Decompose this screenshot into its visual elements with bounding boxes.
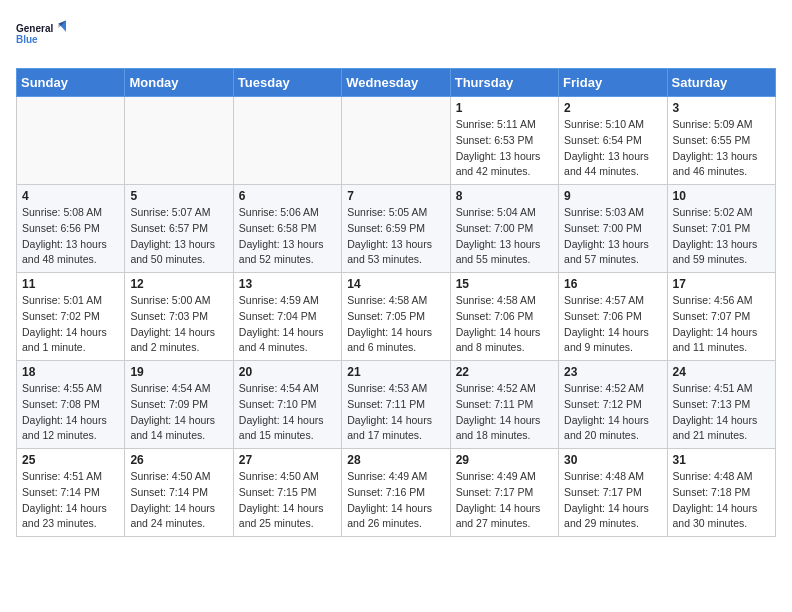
svg-text:General: General	[16, 23, 53, 34]
day-number: 1	[456, 101, 553, 115]
week-row-4: 18Sunrise: 4:55 AM Sunset: 7:08 PM Dayli…	[17, 361, 776, 449]
cell-0-4: 1Sunrise: 5:11 AM Sunset: 6:53 PM Daylig…	[450, 97, 558, 185]
cell-info: Sunrise: 4:50 AM Sunset: 7:15 PM Dayligh…	[239, 469, 336, 532]
cell-info: Sunrise: 4:58 AM Sunset: 7:06 PM Dayligh…	[456, 293, 553, 356]
cell-info: Sunrise: 4:51 AM Sunset: 7:13 PM Dayligh…	[673, 381, 770, 444]
cell-2-6: 17Sunrise: 4:56 AM Sunset: 7:07 PM Dayli…	[667, 273, 775, 361]
cell-info: Sunrise: 5:08 AM Sunset: 6:56 PM Dayligh…	[22, 205, 119, 268]
day-number: 2	[564, 101, 661, 115]
cell-1-2: 6Sunrise: 5:06 AM Sunset: 6:58 PM Daylig…	[233, 185, 341, 273]
cell-4-1: 26Sunrise: 4:50 AM Sunset: 7:14 PM Dayli…	[125, 449, 233, 537]
cell-3-6: 24Sunrise: 4:51 AM Sunset: 7:13 PM Dayli…	[667, 361, 775, 449]
week-row-5: 25Sunrise: 4:51 AM Sunset: 7:14 PM Dayli…	[17, 449, 776, 537]
cell-info: Sunrise: 4:48 AM Sunset: 7:18 PM Dayligh…	[673, 469, 770, 532]
day-number: 22	[456, 365, 553, 379]
cell-1-5: 9Sunrise: 5:03 AM Sunset: 7:00 PM Daylig…	[559, 185, 667, 273]
svg-text:Blue: Blue	[16, 34, 38, 45]
cell-2-1: 12Sunrise: 5:00 AM Sunset: 7:03 PM Dayli…	[125, 273, 233, 361]
cell-4-2: 27Sunrise: 4:50 AM Sunset: 7:15 PM Dayli…	[233, 449, 341, 537]
day-number: 25	[22, 453, 119, 467]
cell-info: Sunrise: 4:54 AM Sunset: 7:09 PM Dayligh…	[130, 381, 227, 444]
logo: General Blue	[16, 16, 66, 56]
cell-info: Sunrise: 4:56 AM Sunset: 7:07 PM Dayligh…	[673, 293, 770, 356]
cell-3-3: 21Sunrise: 4:53 AM Sunset: 7:11 PM Dayli…	[342, 361, 450, 449]
cell-4-4: 29Sunrise: 4:49 AM Sunset: 7:17 PM Dayli…	[450, 449, 558, 537]
day-number: 26	[130, 453, 227, 467]
cell-3-4: 22Sunrise: 4:52 AM Sunset: 7:11 PM Dayli…	[450, 361, 558, 449]
cell-info: Sunrise: 5:02 AM Sunset: 7:01 PM Dayligh…	[673, 205, 770, 268]
day-number: 19	[130, 365, 227, 379]
cell-1-1: 5Sunrise: 5:07 AM Sunset: 6:57 PM Daylig…	[125, 185, 233, 273]
cell-info: Sunrise: 4:59 AM Sunset: 7:04 PM Dayligh…	[239, 293, 336, 356]
cell-3-1: 19Sunrise: 4:54 AM Sunset: 7:09 PM Dayli…	[125, 361, 233, 449]
week-row-3: 11Sunrise: 5:01 AM Sunset: 7:02 PM Dayli…	[17, 273, 776, 361]
day-number: 13	[239, 277, 336, 291]
cell-info: Sunrise: 5:11 AM Sunset: 6:53 PM Dayligh…	[456, 117, 553, 180]
header-monday: Monday	[125, 69, 233, 97]
day-number: 3	[673, 101, 770, 115]
day-number: 14	[347, 277, 444, 291]
cell-info: Sunrise: 4:52 AM Sunset: 7:11 PM Dayligh…	[456, 381, 553, 444]
cell-2-4: 15Sunrise: 4:58 AM Sunset: 7:06 PM Dayli…	[450, 273, 558, 361]
day-number: 20	[239, 365, 336, 379]
day-number: 15	[456, 277, 553, 291]
cell-4-5: 30Sunrise: 4:48 AM Sunset: 7:17 PM Dayli…	[559, 449, 667, 537]
cell-1-6: 10Sunrise: 5:02 AM Sunset: 7:01 PM Dayli…	[667, 185, 775, 273]
day-number: 31	[673, 453, 770, 467]
day-number: 16	[564, 277, 661, 291]
cell-2-2: 13Sunrise: 4:59 AM Sunset: 7:04 PM Dayli…	[233, 273, 341, 361]
cell-info: Sunrise: 5:01 AM Sunset: 7:02 PM Dayligh…	[22, 293, 119, 356]
cell-1-0: 4Sunrise: 5:08 AM Sunset: 6:56 PM Daylig…	[17, 185, 125, 273]
cell-0-1	[125, 97, 233, 185]
cell-info: Sunrise: 5:04 AM Sunset: 7:00 PM Dayligh…	[456, 205, 553, 268]
header-tuesday: Tuesday	[233, 69, 341, 97]
cell-2-5: 16Sunrise: 4:57 AM Sunset: 7:06 PM Dayli…	[559, 273, 667, 361]
day-number: 4	[22, 189, 119, 203]
day-number: 24	[673, 365, 770, 379]
header-saturday: Saturday	[667, 69, 775, 97]
header-friday: Friday	[559, 69, 667, 97]
cell-info: Sunrise: 5:10 AM Sunset: 6:54 PM Dayligh…	[564, 117, 661, 180]
cell-0-6: 3Sunrise: 5:09 AM Sunset: 6:55 PM Daylig…	[667, 97, 775, 185]
cell-info: Sunrise: 5:09 AM Sunset: 6:55 PM Dayligh…	[673, 117, 770, 180]
day-number: 8	[456, 189, 553, 203]
day-number: 9	[564, 189, 661, 203]
cell-info: Sunrise: 4:49 AM Sunset: 7:17 PM Dayligh…	[456, 469, 553, 532]
cell-0-2	[233, 97, 341, 185]
cell-info: Sunrise: 4:54 AM Sunset: 7:10 PM Dayligh…	[239, 381, 336, 444]
header-thursday: Thursday	[450, 69, 558, 97]
cell-info: Sunrise: 4:57 AM Sunset: 7:06 PM Dayligh…	[564, 293, 661, 356]
day-number: 23	[564, 365, 661, 379]
cell-info: Sunrise: 4:50 AM Sunset: 7:14 PM Dayligh…	[130, 469, 227, 532]
day-number: 11	[22, 277, 119, 291]
day-number: 17	[673, 277, 770, 291]
day-number: 6	[239, 189, 336, 203]
cell-2-0: 11Sunrise: 5:01 AM Sunset: 7:02 PM Dayli…	[17, 273, 125, 361]
cell-3-2: 20Sunrise: 4:54 AM Sunset: 7:10 PM Dayli…	[233, 361, 341, 449]
day-number: 27	[239, 453, 336, 467]
page-header: General Blue	[16, 16, 776, 56]
cell-info: Sunrise: 4:49 AM Sunset: 7:16 PM Dayligh…	[347, 469, 444, 532]
cell-1-3: 7Sunrise: 5:05 AM Sunset: 6:59 PM Daylig…	[342, 185, 450, 273]
cell-info: Sunrise: 5:05 AM Sunset: 6:59 PM Dayligh…	[347, 205, 444, 268]
day-header-row: SundayMondayTuesdayWednesdayThursdayFrid…	[17, 69, 776, 97]
day-number: 7	[347, 189, 444, 203]
cell-info: Sunrise: 5:06 AM Sunset: 6:58 PM Dayligh…	[239, 205, 336, 268]
cell-info: Sunrise: 4:53 AM Sunset: 7:11 PM Dayligh…	[347, 381, 444, 444]
week-row-1: 1Sunrise: 5:11 AM Sunset: 6:53 PM Daylig…	[17, 97, 776, 185]
day-number: 18	[22, 365, 119, 379]
cell-info: Sunrise: 4:51 AM Sunset: 7:14 PM Dayligh…	[22, 469, 119, 532]
cell-3-0: 18Sunrise: 4:55 AM Sunset: 7:08 PM Dayli…	[17, 361, 125, 449]
cell-3-5: 23Sunrise: 4:52 AM Sunset: 7:12 PM Dayli…	[559, 361, 667, 449]
cell-info: Sunrise: 4:52 AM Sunset: 7:12 PM Dayligh…	[564, 381, 661, 444]
day-number: 30	[564, 453, 661, 467]
cell-info: Sunrise: 5:03 AM Sunset: 7:00 PM Dayligh…	[564, 205, 661, 268]
day-number: 5	[130, 189, 227, 203]
cell-info: Sunrise: 4:55 AM Sunset: 7:08 PM Dayligh…	[22, 381, 119, 444]
cell-info: Sunrise: 4:58 AM Sunset: 7:05 PM Dayligh…	[347, 293, 444, 356]
cell-2-3: 14Sunrise: 4:58 AM Sunset: 7:05 PM Dayli…	[342, 273, 450, 361]
day-number: 12	[130, 277, 227, 291]
cell-1-4: 8Sunrise: 5:04 AM Sunset: 7:00 PM Daylig…	[450, 185, 558, 273]
day-number: 10	[673, 189, 770, 203]
cell-4-6: 31Sunrise: 4:48 AM Sunset: 7:18 PM Dayli…	[667, 449, 775, 537]
